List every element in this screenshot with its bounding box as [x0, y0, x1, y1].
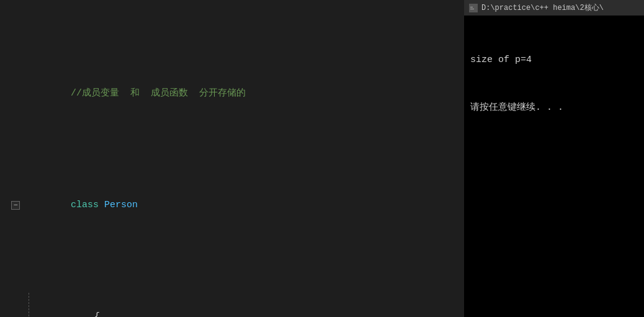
comment-span: //成员变量 和 成员函数 分开存储的	[71, 88, 246, 99]
svg-rect-1	[470, 7, 473, 7]
code-area: //成员变量 和 成员函数 分开存储的 − class Person {	[0, 0, 464, 317]
svg-rect-2	[470, 9, 474, 9]
svg-rect-0	[470, 4, 477, 12]
terminal-icon-svg	[470, 4, 477, 12]
gutter-class: −	[6, 181, 24, 230]
comment-row: //成员变量 和 成员函数 分开存储的	[6, 69, 464, 118]
brace-open-text: {	[36, 293, 100, 317]
terminal-body: size of p=4 请按任意键继续. . .	[464, 16, 644, 317]
terminal-output-2: 请按任意键继续. . .	[470, 100, 638, 116]
collapse-class-btn[interactable]: −	[11, 201, 20, 210]
brace-open: {	[94, 311, 100, 317]
class-keyword: class	[71, 200, 99, 210]
gutter	[6, 69, 24, 118]
terminal-panel: D:\practice\c++ heima\2核心\ size of p=4 请…	[464, 0, 644, 317]
class-name: Person	[99, 200, 138, 210]
class-brace-open-row: {	[6, 293, 464, 317]
comment-text: //成员变量 和 成员函数 分开存储的	[24, 69, 464, 118]
terminal-icon	[469, 4, 478, 12]
class-declaration-row: − class Person	[6, 181, 464, 230]
terminal-titlebar: D:\practice\c++ heima\2核心\	[464, 0, 644, 16]
class-text: class Person	[24, 181, 464, 230]
terminal-output-1: size of p=4	[470, 52, 638, 68]
terminal-title: D:\practice\c++ heima\2核心\	[481, 2, 604, 13]
editor-panel: //成员变量 和 成员函数 分开存储的 − class Person {	[0, 0, 464, 317]
class-body-indent: {	[24, 293, 100, 317]
